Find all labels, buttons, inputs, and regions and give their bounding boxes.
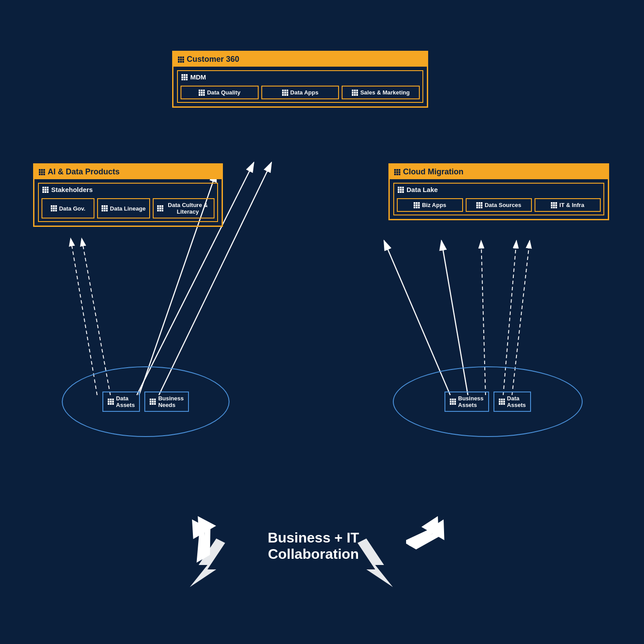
customer360-header: Customer 360 <box>173 52 427 67</box>
cloud-migration-content: Data Lake Biz Apps <box>390 179 608 219</box>
data-lake-row: Biz Apps Data Sources <box>394 196 603 215</box>
data-lake-box: Data Lake Biz Apps <box>393 183 604 215</box>
it-infra-label: IT & Infra <box>559 202 584 208</box>
data-lineage-label: Data Lineage <box>110 205 146 212</box>
sales-marketing-label: Sales & Marketing <box>360 89 410 96</box>
data-quality-icon <box>199 90 205 96</box>
biz-apps-box: Biz Apps <box>397 198 463 212</box>
business-needs-box: BusinessNeeds <box>144 392 189 412</box>
right-data-assets-icon <box>499 399 505 405</box>
stakeholders-icon <box>42 187 49 193</box>
it-infra-icon <box>551 202 557 208</box>
right-data-assets-box: DataAssets <box>493 392 531 412</box>
it-infra-box: IT & Infra <box>535 198 601 212</box>
bottom-right-arrow <box>406 512 459 565</box>
data-lake-title: Data Lake <box>407 186 438 193</box>
mdm-header: MDM <box>178 71 422 83</box>
business-needs-icon <box>150 399 156 405</box>
business-needs-label: BusinessNeeds <box>158 395 184 408</box>
customer360-box: Customer 360 MDM <box>172 51 428 108</box>
svg-line-6 <box>71 238 97 395</box>
data-sources-box: Data Sources <box>466 198 532 212</box>
data-gov-icon <box>51 205 57 211</box>
diagram-container: Customer 360 MDM <box>0 0 644 644</box>
ai-data-icon <box>39 169 45 175</box>
data-culture-label: Data Culture & Literacy <box>166 202 210 215</box>
left-data-assets-icon <box>108 399 114 405</box>
data-culture-box: Data Culture & Literacy <box>153 198 215 218</box>
data-lake-icon <box>398 187 404 193</box>
bottom-collaboration-label: Business + ITCollaboration <box>225 530 402 562</box>
customer360-content: MDM Data Quality <box>173 67 427 106</box>
customer360-title: Customer 360 <box>187 55 239 64</box>
right-business-assets-box: BusinessAssets <box>444 392 489 412</box>
mdm-icon <box>181 74 188 80</box>
svg-marker-17 <box>408 512 453 559</box>
stakeholders-box: Stakeholders Data Gov. <box>38 183 218 222</box>
data-gov-label: Data Gov. <box>59 205 86 212</box>
bottom-label-text: Business + ITCollaboration <box>267 530 359 562</box>
cloud-migration-icon <box>394 169 400 175</box>
data-lineage-box: Data Lineage <box>97 198 150 218</box>
stakeholders-row: Data Gov. Data Lineage <box>39 196 217 221</box>
data-sources-label: Data Sources <box>485 202 521 208</box>
mdm-title: MDM <box>190 73 206 81</box>
sales-marketing-box: Sales & Marketing <box>342 86 420 99</box>
data-lineage-icon <box>102 205 108 211</box>
data-apps-label: Data Apps <box>290 89 319 96</box>
right-ellipse: BusinessAssets DataAssets <box>393 366 583 437</box>
data-quality-box: Data Quality <box>181 86 259 99</box>
left-ellipse: DataAssets BusinessNeeds <box>62 366 230 437</box>
biz-apps-label: Biz Apps <box>422 202 446 208</box>
cloud-migration-header: Cloud Migration <box>390 165 608 179</box>
ai-data-content: Stakeholders Data Gov. <box>34 179 222 226</box>
data-quality-label: Data Quality <box>207 89 241 96</box>
data-apps-box: Data Apps <box>261 86 339 99</box>
cloud-migration-box: Cloud Migration Data Lake <box>388 163 609 220</box>
right-business-assets-label: BusinessAssets <box>458 395 484 408</box>
right-data-assets-label: DataAssets <box>507 395 526 408</box>
data-lake-header: Data Lake <box>394 184 603 196</box>
left-data-assets-label: DataAssets <box>116 395 135 408</box>
ai-data-box: AI & Data Products Stakeholders <box>33 163 223 227</box>
ai-data-title: AI & Data Products <box>48 167 120 177</box>
data-apps-icon <box>282 90 288 96</box>
stakeholders-title: Stakeholders <box>51 186 93 193</box>
mdm-box: MDM Data Quality <box>177 70 423 103</box>
mdm-row: Data Quality Data Apps <box>178 83 422 102</box>
data-culture-icon <box>157 205 163 211</box>
right-business-assets-icon <box>450 399 456 405</box>
sales-marketing-icon <box>352 90 358 96</box>
ai-data-header: AI & Data Products <box>34 165 222 179</box>
svg-marker-15 <box>182 512 227 559</box>
bottom-left-arrow <box>177 512 230 565</box>
biz-apps-icon <box>414 202 420 208</box>
stakeholders-header: Stakeholders <box>39 184 217 196</box>
cloud-migration-title: Cloud Migration <box>403 167 463 177</box>
data-sources-icon <box>476 202 482 208</box>
customer360-icon <box>178 56 184 63</box>
data-gov-box: Data Gov. <box>41 198 94 218</box>
left-data-assets-box: DataAssets <box>102 392 140 412</box>
